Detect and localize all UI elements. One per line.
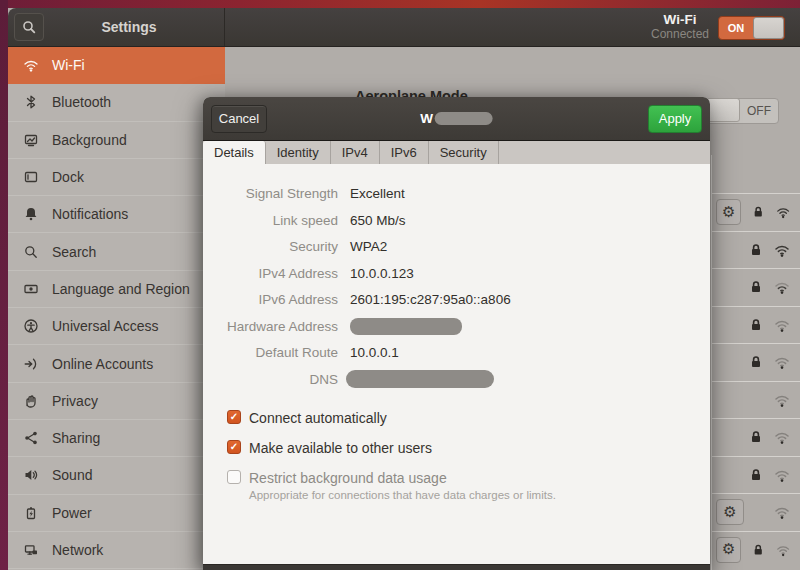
checkbox-subtitle: Appropriate for connections that have da… <box>249 489 556 501</box>
network-row[interactable] <box>712 418 800 456</box>
privacy-icon <box>23 393 39 409</box>
lock-icon <box>749 280 763 294</box>
sidebar-item-power[interactable]: Power <box>8 495 225 532</box>
background-icon <box>23 132 39 148</box>
wifi-signal-icon <box>774 242 790 258</box>
sidebar-item-wifi[interactable]: Wi-Fi <box>8 47 225 84</box>
sidebar-item-label: Dock <box>52 169 84 185</box>
tab-ipv4[interactable]: IPv4 <box>331 141 380 164</box>
wifi-signal-icon <box>774 392 790 408</box>
gear-button[interactable]: ⚙ <box>716 199 741 225</box>
bluetooth-icon <box>23 94 39 110</box>
make-available-option[interactable]: ✓ Make available to other users <box>227 439 710 457</box>
dialog-tabbar: Details Identity IPv4 IPv6 Security <box>203 141 710 164</box>
wifi-signal-icon <box>774 317 790 333</box>
lock-icon <box>749 355 763 369</box>
lock-icon <box>749 468 763 482</box>
wifi-details-dialog: Cancel W Apply Details Identity IPv4 IPv… <box>203 97 710 570</box>
checkbox-label: Restrict background data usage <box>249 470 447 486</box>
sidebar-item-online-accounts[interactable]: Online Accounts <box>8 345 225 382</box>
detail-label: Security <box>203 239 338 254</box>
connect-automatically-option[interactable]: ✓ Connect automatically <box>227 409 710 427</box>
sidebar-item-privacy[interactable]: Privacy <box>8 383 225 420</box>
sidebar-item-language-region[interactable]: Language and Region <box>8 271 225 308</box>
network-row[interactable]: ⚙ <box>712 493 800 531</box>
detail-label: IPv4 Address <box>203 266 338 281</box>
aeroplane-mode-toggle[interactable]: OFF <box>706 98 779 124</box>
language-icon <box>23 281 39 297</box>
sidebar-item-label: Universal Access <box>52 318 159 334</box>
lock-icon <box>749 430 763 444</box>
wifi-toggle[interactable]: ON <box>718 16 785 40</box>
options-section: ✓ Connect automatically ✓ Make available… <box>227 409 710 501</box>
cancel-button[interactable]: Cancel <box>211 105 267 133</box>
network-row[interactable] <box>712 231 800 269</box>
network-row[interactable] <box>712 343 800 381</box>
tab-ipv6[interactable]: IPv6 <box>380 141 429 164</box>
gear-icon: ⚙ <box>722 205 735 220</box>
desktop-left-strip <box>0 0 8 570</box>
sidebar-item-notifications[interactable]: Notifications <box>8 196 225 233</box>
checkbox-checked-icon[interactable]: ✓ <box>227 410 241 424</box>
detail-row-signal-strength: Signal Strength Excellent <box>203 185 710 202</box>
wifi-signal-icon <box>776 204 790 220</box>
detail-row-link-speed: Link speed 650 Mb/s <box>203 212 710 229</box>
tab-details[interactable]: Details <box>203 141 266 164</box>
detail-row-dns: DNS <box>203 371 710 388</box>
search-button[interactable] <box>14 13 44 41</box>
bell-icon <box>23 206 39 222</box>
online-accounts-icon <box>23 356 39 372</box>
sidebar-item-label: Language and Region <box>52 281 190 297</box>
sidebar-item-background[interactable]: Background <box>8 122 225 159</box>
sidebar-item-bluetooth[interactable]: Bluetooth <box>8 84 225 121</box>
sidebar-item-label: Privacy <box>52 393 98 409</box>
checkbox-checked-icon[interactable]: ✓ <box>227 440 241 454</box>
sidebar-item-network[interactable]: Network <box>8 532 225 569</box>
wifi-signal-icon <box>774 279 790 295</box>
gear-icon: ⚙ <box>722 542 735 557</box>
lock-icon <box>752 543 765 557</box>
detail-value: Excellent <box>350 186 405 201</box>
network-row[interactable]: ⚙ <box>712 531 800 569</box>
network-row-blank <box>712 155 800 193</box>
checkbox-label: Connect automatically <box>249 410 387 426</box>
lock-icon <box>749 318 763 332</box>
sidebar: Wi-Fi Bluetooth Background Dock <box>8 47 225 570</box>
gear-icon: ⚙ <box>723 505 736 520</box>
wifi-signal-icon <box>776 542 790 558</box>
sidebar-item-label: Search <box>52 244 96 260</box>
wifi-toggle-knob <box>753 17 784 39</box>
detail-row-hardware-address: Hardware Address <box>203 318 710 335</box>
gear-button[interactable]: ⚙ <box>716 537 741 563</box>
wifi-signal-icon <box>774 429 790 445</box>
network-row[interactable] <box>712 306 800 344</box>
checkbox-unchecked-icon[interactable] <box>227 470 241 484</box>
detail-label: DNS <box>203 372 338 387</box>
tab-security[interactable]: Security <box>429 141 499 164</box>
sidebar-item-dock[interactable]: Dock <box>8 159 225 196</box>
details-tab-content: Signal Strength Excellent Link speed 650… <box>203 164 710 564</box>
search-icon <box>23 244 39 260</box>
sidebar-item-label: Notifications <box>52 206 128 222</box>
panel-headerbar: Wi-Fi Connected ON <box>225 8 800 46</box>
network-row[interactable] <box>712 268 800 306</box>
network-row[interactable]: ⚙ <box>712 193 800 231</box>
sidebar-item-sharing[interactable]: Sharing <box>8 420 225 457</box>
gear-button[interactable]: ⚙ <box>716 499 744 525</box>
network-row[interactable] <box>712 456 800 494</box>
sidebar-item-label: Bluetooth <box>52 94 111 110</box>
apply-button[interactable]: Apply <box>648 105 702 133</box>
detail-row-security: Security WPA2 <box>203 238 710 255</box>
sound-icon <box>23 467 39 483</box>
sidebar-item-label: Background <box>52 132 127 148</box>
restrict-background-data-option[interactable]: Restrict background data usage Appropria… <box>227 469 710 501</box>
network-list: ⚙ <box>711 155 800 570</box>
sidebar-item-search[interactable]: Search <box>8 233 225 270</box>
sidebar-item-universal-access[interactable]: Universal Access <box>8 308 225 345</box>
tab-identity[interactable]: Identity <box>266 141 331 164</box>
network-row[interactable] <box>712 381 800 419</box>
detail-value: WPA2 <box>350 239 387 254</box>
sidebar-item-sound[interactable]: Sound <box>8 457 225 494</box>
desktop-top-strip <box>0 0 800 8</box>
detail-value: 10.0.0.1 <box>350 345 399 360</box>
